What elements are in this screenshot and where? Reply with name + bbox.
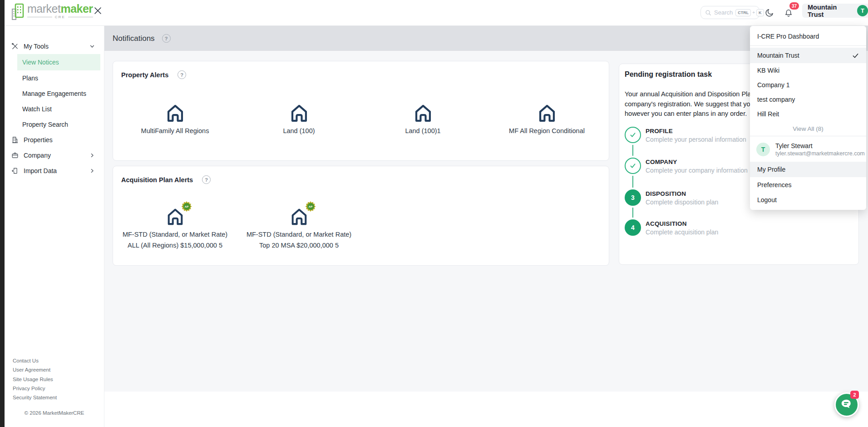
acquisition-plan-alerts-card: Acquisition Plan Alerts ? AP MF-STD (Sta… bbox=[113, 166, 609, 266]
property-alert-item[interactable]: Land (100)1 bbox=[361, 103, 485, 134]
sidebar: My Tools View Notices Plans Manage Engag… bbox=[5, 26, 104, 427]
sidebar-item-company[interactable]: Company bbox=[5, 148, 104, 163]
sidebar-item-manage-engagements[interactable]: Manage Engagements bbox=[5, 86, 104, 101]
briefcase-icon bbox=[11, 151, 19, 159]
sidebar-item-import-data[interactable]: Import Data bbox=[5, 163, 104, 179]
menu-divider bbox=[750, 45, 866, 46]
avatar: T bbox=[857, 5, 868, 16]
menu-item-company-mountain-trust[interactable]: Mountain Trust bbox=[750, 48, 866, 63]
sidebar-item-property-search[interactable]: Property Search bbox=[5, 117, 104, 132]
shortcut-ctrl-key: CTRL bbox=[735, 9, 751, 16]
dropdown-user-info: T Tyler Stewart tyler.stewart@marketmake… bbox=[750, 138, 866, 162]
sidebar-item-label: Property Search bbox=[22, 121, 68, 128]
link-contact-us[interactable]: Contact Us bbox=[13, 356, 57, 365]
property-alert-label: MF All Region Conditional bbox=[485, 127, 609, 134]
search-input[interactable]: Search CTRL + K bbox=[700, 6, 760, 19]
sidebar-item-view-notices[interactable]: View Notices bbox=[17, 54, 100, 70]
menu-item-company-test[interactable]: test company bbox=[750, 92, 866, 107]
logo-building-icon bbox=[11, 3, 25, 21]
step-number-circle: 4 bbox=[625, 219, 641, 236]
step-profile[interactable]: PROFILE Complete your personal informati… bbox=[625, 127, 746, 143]
sidebar-item-watch-list[interactable]: Watch List bbox=[5, 101, 104, 117]
menu-item-company-kb-wiki[interactable]: KB Wiki bbox=[750, 63, 866, 78]
sidebar-item-label: Manage Engagements bbox=[22, 90, 86, 97]
window-edge-strip bbox=[0, 0, 5, 427]
step-disposition[interactable]: 3 DISPOSITION Complete disposition plan bbox=[625, 189, 718, 206]
help-icon[interactable]: ? bbox=[178, 70, 186, 79]
acquisition-alert-label-line1: MF-STD (Standard, or Market Rate) bbox=[113, 230, 237, 239]
house-icon bbox=[165, 207, 185, 227]
menu-item-my-profile[interactable]: My Profile bbox=[750, 162, 866, 177]
sidebar-item-label: Import Data bbox=[24, 167, 57, 174]
close-icon[interactable] bbox=[93, 5, 103, 15]
building-icon bbox=[11, 136, 19, 144]
step-company[interactable]: COMPANY Complete your company informatio… bbox=[625, 158, 748, 174]
link-privacy-policy[interactable]: Privacy Policy bbox=[13, 384, 57, 393]
house-icon bbox=[165, 103, 186, 124]
help-icon[interactable]: ? bbox=[202, 175, 211, 184]
menu-item-company-1[interactable]: Company 1 bbox=[750, 78, 866, 92]
check-icon bbox=[852, 52, 859, 59]
property-alerts-title: Property Alerts bbox=[121, 71, 168, 79]
plan-seal-badge-label: AP bbox=[183, 203, 190, 210]
search-icon bbox=[705, 10, 711, 16]
shortcut-plus: + bbox=[752, 10, 755, 15]
help-icon[interactable]: ? bbox=[162, 34, 171, 43]
property-alert-item[interactable]: MultiFamily All Regions bbox=[113, 103, 237, 134]
plan-seal-badge-label: AP bbox=[307, 203, 314, 210]
house-icon bbox=[537, 103, 557, 124]
menu-item-icre-pro-dashboard[interactable]: I-CRE Pro Dashboard bbox=[750, 29, 866, 44]
sidebar-item-label: My Tools bbox=[24, 43, 49, 50]
sidebar-item-plans[interactable]: Plans bbox=[5, 70, 104, 86]
menu-item-company-hill-reit[interactable]: Hill Reit bbox=[750, 107, 866, 121]
marketmaker-logo[interactable]: marketmaker CRE bbox=[11, 3, 93, 21]
chat-unread-badge: 2 bbox=[850, 391, 859, 399]
logo-text-cre: CRE bbox=[55, 15, 65, 19]
step-label: DISPOSITION bbox=[646, 190, 718, 197]
import-icon bbox=[11, 167, 19, 175]
menu-item-preferences[interactable]: Preferences bbox=[750, 177, 866, 192]
acquisition-alert-item[interactable]: AP MF-STD (Standard, or Market Rate) ALL… bbox=[113, 202, 237, 250]
account-menu-button[interactable]: Mountain Trust T bbox=[802, 4, 868, 18]
user-name: Tyler Stewart bbox=[775, 142, 865, 150]
sidebar-item-properties[interactable]: Properties bbox=[5, 132, 104, 148]
step-label: PROFILE bbox=[646, 128, 746, 134]
property-alerts-card: Property Alerts ? MultiFamily All Region… bbox=[113, 61, 609, 161]
link-user-agreement[interactable]: User Agreement bbox=[13, 365, 57, 374]
menu-item-logout[interactable]: Logout bbox=[750, 192, 866, 207]
property-alerts-row: MultiFamily All Regions Land (100) Land … bbox=[113, 103, 609, 134]
acquisition-alert-item[interactable]: AP MF-STD (Standard, or Market Rate) Top… bbox=[237, 202, 361, 250]
notifications-bell-icon[interactable] bbox=[784, 8, 794, 19]
acquisition-alert-label-line2: Top 20 MSA $20,000,000 5 bbox=[237, 241, 361, 250]
acquisition-alerts-row: AP MF-STD (Standard, or Market Rate) ALL… bbox=[113, 202, 609, 250]
sidebar-nav: My Tools View Notices Plans Manage Engag… bbox=[5, 26, 104, 179]
page-title: Notifications bbox=[113, 34, 155, 43]
check-circle-icon bbox=[625, 158, 641, 174]
top-header: marketmaker CRE Search CTRL + K 37 Mount… bbox=[5, 0, 868, 26]
copyright-text: © 2026 MarketMakerCRE bbox=[5, 410, 104, 416]
check-circle-icon bbox=[625, 127, 641, 143]
step-connector bbox=[632, 208, 633, 218]
acquisition-alert-label-line1: MF-STD (Standard, or Market Rate) bbox=[237, 230, 361, 239]
property-alert-label: Land (100) bbox=[237, 127, 361, 134]
property-alert-item[interactable]: Land (100) bbox=[237, 103, 361, 134]
house-icon bbox=[289, 103, 310, 124]
property-alert-item[interactable]: MF All Region Conditional bbox=[485, 103, 609, 134]
link-security-statement[interactable]: Security Statement bbox=[13, 393, 57, 402]
step-acquisition[interactable]: 4 ACQUISITION Complete acquisition plan bbox=[625, 219, 718, 236]
step-description: Complete disposition plan bbox=[646, 199, 718, 206]
chat-launcher-button[interactable]: 2 bbox=[834, 392, 859, 417]
sidebar-item-my-tools[interactable]: My Tools bbox=[5, 39, 104, 54]
account-name: Mountain Trust bbox=[808, 4, 853, 18]
chevron-right-icon bbox=[89, 168, 95, 174]
property-alert-label: MultiFamily All Regions bbox=[113, 127, 237, 134]
step-connector bbox=[632, 145, 633, 156]
chevron-right-icon bbox=[89, 153, 95, 158]
sidebar-item-label: Plans bbox=[22, 74, 38, 82]
chevron-down-icon bbox=[89, 44, 95, 49]
dark-mode-moon-icon[interactable] bbox=[764, 8, 775, 19]
link-site-usage-rules[interactable]: Site Usage Rules bbox=[13, 375, 57, 384]
shortcut-k-key: K bbox=[756, 9, 764, 16]
view-all-link[interactable]: View All (8) bbox=[750, 121, 866, 136]
step-connector bbox=[632, 176, 633, 188]
